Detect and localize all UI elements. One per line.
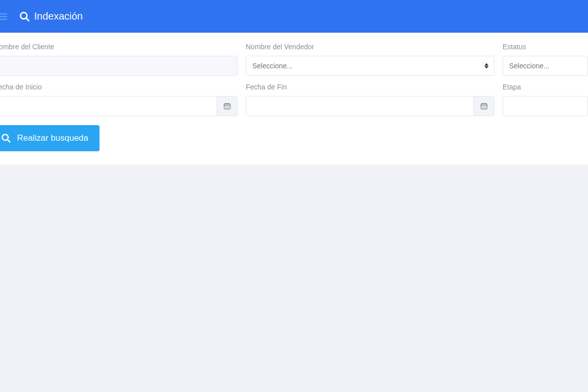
- search-icon: [1, 133, 11, 143]
- app-header: Indexación: [0, 0, 588, 33]
- page-title: Indexación: [19, 11, 83, 22]
- start-date-label: Fecha de Inicio: [0, 83, 238, 91]
- end-date-label: Fecha de Fin: [246, 83, 495, 91]
- seller-name-select[interactable]: Seleccione...: [246, 56, 495, 76]
- svg-point-21: [485, 106, 485, 107]
- seller-name-label: Nombre del Vendedor: [246, 43, 495, 51]
- status-label: Estatus: [503, 43, 588, 51]
- svg-point-22: [482, 108, 483, 108]
- client-name-label: Nombre del Cliente: [0, 43, 238, 51]
- start-date-input[interactable]: [0, 96, 217, 116]
- page-title-text: Indexación: [34, 11, 83, 22]
- stage-input[interactable]: [503, 96, 588, 116]
- stage-label: Etapa: [503, 83, 588, 91]
- svg-point-20: [483, 106, 484, 107]
- svg-line-4: [26, 18, 29, 21]
- client-name-input[interactable]: [0, 56, 238, 76]
- search-button[interactable]: Realizar busqueda: [0, 125, 100, 151]
- end-date-input[interactable]: [246, 96, 473, 116]
- svg-point-13: [227, 108, 227, 108]
- end-date-picker-button[interactable]: [473, 96, 495, 116]
- calendar-icon: [223, 102, 231, 110]
- svg-point-12: [226, 108, 226, 108]
- svg-point-10: [227, 106, 227, 107]
- menu-toggle[interactable]: [0, 0, 8, 33]
- svg-point-14: [228, 108, 229, 108]
- status-select[interactable]: Seleccione...: [503, 56, 588, 76]
- search-panel: Nombre del Cliente Nombre del Vendedor S…: [0, 33, 588, 164]
- svg-point-23: [483, 108, 484, 108]
- svg-point-9: [226, 106, 226, 107]
- svg-point-19: [482, 106, 483, 107]
- svg-line-26: [8, 140, 10, 142]
- search-button-label: Realizar busqueda: [17, 133, 88, 143]
- start-date-picker-button[interactable]: [217, 96, 238, 116]
- calendar-icon: [480, 102, 488, 110]
- svg-point-11: [228, 106, 229, 107]
- svg-point-24: [485, 108, 485, 108]
- menu-icon: [0, 11, 8, 23]
- search-icon: [19, 11, 30, 22]
